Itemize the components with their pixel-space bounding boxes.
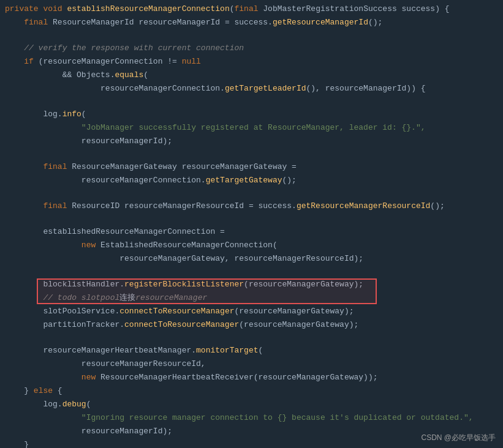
line-content: resourceManagerId); <box>0 135 503 147</box>
code-line: log.debug( <box>0 398 503 411</box>
code-line: } else { <box>0 384 503 398</box>
code-line: && Objects.equals( <box>0 69 503 82</box>
watermark: CSDN @必吃早饭选手 <box>421 433 496 443</box>
line-content: new ResourceManagerHeartbeatReceiver(res… <box>0 371 503 384</box>
code-line: resourceManagerConnection.getTargetGatew… <box>0 174 503 187</box>
line-content: establishedResourceManagerConnection = <box>0 226 503 238</box>
code-line: resourceManagerGateway, resourceManagerR… <box>0 252 503 266</box>
line-content: "Ignoring resource manager connection to… <box>0 412 503 424</box>
line-content: resourceManagerHeartbeatManager.monitorT… <box>0 345 503 357</box>
code-line: resourceManagerId); <box>0 135 503 148</box>
line-content: if (resourceManagerConnection != null <box>0 56 503 68</box>
code-line: if (resourceManagerConnection != null <box>0 55 503 69</box>
code-line: resourceManagerConnection.getTargetLeade… <box>0 82 503 95</box>
code-line: log.info( <box>0 108 503 121</box>
line-content: // verify the response with current conn… <box>0 42 503 54</box>
code-line <box>0 187 503 200</box>
code-line: slotPoolService.connectToResourceManager… <box>0 305 503 318</box>
line-content: slotPoolService.connectToResourceManager… <box>0 305 503 318</box>
code-line: partitionTracker.connectToResourceManage… <box>0 318 503 332</box>
code-line <box>0 213 503 225</box>
line-content: final ResourceManagerId resourceManagerI… <box>0 17 503 29</box>
line-content: resourceManagerResourceId, <box>0 358 503 370</box>
line-content: blocklistHandler.registerBlocklistListen… <box>0 278 503 291</box>
code-line: "JobManager successfully registered at R… <box>0 121 503 135</box>
code-line: new EstablishedResourceManagerConnection… <box>0 239 503 252</box>
code-line: // todo slotpool连接resourceManager <box>0 291 503 305</box>
line-content: // todo slotpool连接resourceManager <box>0 292 503 304</box>
line-content: resourceManagerConnection.getTargetLeade… <box>0 83 503 95</box>
code-line: resourceManagerHeartbeatManager.monitorT… <box>0 344 503 357</box>
code-editor: private void establishResourceManagerCon… <box>0 0 503 448</box>
line-content: new EstablishedResourceManagerConnection… <box>0 239 503 252</box>
code-line: new ResourceManagerHeartbeatReceiver(res… <box>0 371 503 384</box>
code-line <box>0 332 503 344</box>
line-content: log.info( <box>0 108 503 121</box>
code-line: "Ignoring resource manager connection to… <box>0 411 503 425</box>
code-line: final ResourceManagerId resourceManagerI… <box>0 16 503 29</box>
code-line <box>0 29 503 42</box>
code-line: // verify the response with current conn… <box>0 42 503 55</box>
line-content: resourceManagerGateway, resourceManagerR… <box>0 253 503 265</box>
line-content: final ResourceManagerGateway resourceMan… <box>0 161 503 173</box>
line-content: final ResourceID resourceManagerResource… <box>0 200 503 212</box>
line-content: && Objects.equals( <box>0 69 503 81</box>
line-content: partitionTracker.connectToResourceManage… <box>0 319 503 331</box>
line-content: resourceManagerConnection.getTargetGatew… <box>0 174 503 187</box>
code-line: resourceManagerResourceId, <box>0 357 503 371</box>
line-content: "JobManager successfully registered at R… <box>0 122 503 134</box>
code-line: private void establishResourceManagerCon… <box>0 2 503 16</box>
code-line <box>0 95 503 108</box>
code-line <box>0 266 503 278</box>
code-line: final ResourceManagerGateway resourceMan… <box>0 160 503 174</box>
line-content: } else { <box>0 385 503 397</box>
line-content: private void establishResourceManagerCon… <box>0 3 503 15</box>
line-content: log.debug( <box>0 398 503 411</box>
code-line: blocklistHandler.registerBlocklistListen… <box>0 278 503 291</box>
code-line: establishedResourceManagerConnection = <box>0 225 503 239</box>
code-line <box>0 148 503 160</box>
code-line: final ResourceID resourceManagerResource… <box>0 200 503 213</box>
